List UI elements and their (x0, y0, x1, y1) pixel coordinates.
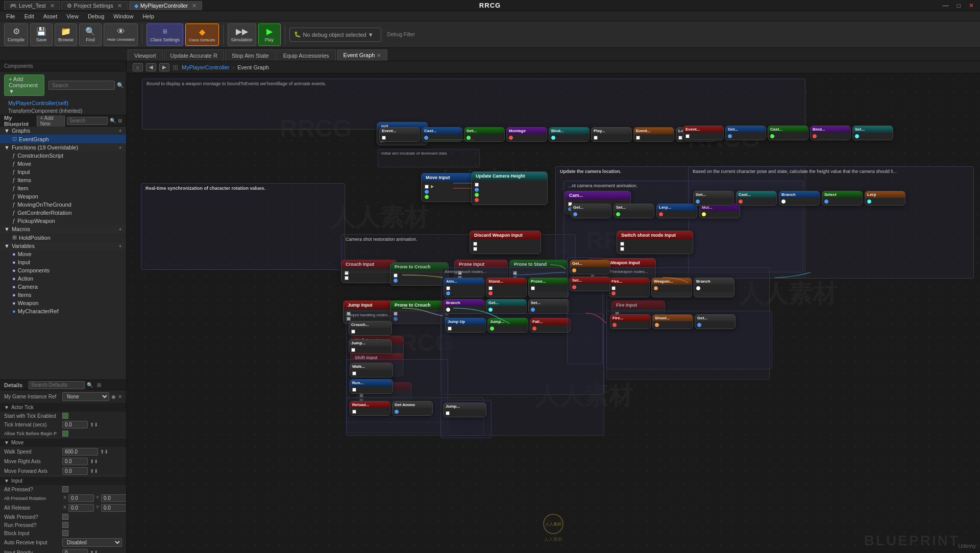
input-priority-input[interactable] (62, 549, 88, 553)
node-cw1[interactable]: Get... (570, 260, 610, 274)
class-defaults-button[interactable]: ◆ Class Defaults (185, 23, 219, 46)
node-lm1[interactable]: Jump Up (445, 318, 486, 333)
node-m1[interactable]: Aim... (444, 278, 484, 297)
func-input[interactable]: ƒ Input (0, 168, 126, 176)
node-update-camera-height[interactable]: Update Camera Height (471, 171, 548, 205)
node-t1[interactable]: Event... (379, 127, 420, 142)
func-moving[interactable]: ƒ MovingOnTheGround (0, 200, 126, 209)
node-fl1[interactable]: Fire... (610, 314, 651, 329)
var-move[interactable]: ● Move (0, 250, 126, 258)
component-transform[interactable]: TransformComponent (Inherited) (0, 107, 126, 115)
pick-icon[interactable]: ◉ (111, 394, 116, 399)
breadcrumb-forward[interactable]: ▶ (159, 63, 169, 71)
var-weapon[interactable]: ● Weapon (0, 299, 126, 307)
details-search-input[interactable] (29, 381, 85, 389)
tab-project-settings[interactable]: ⚙ Project Settings ✕ (61, 1, 128, 10)
node-m5[interactable]: Get... (486, 299, 527, 314)
node-t4[interactable]: Montage (506, 127, 547, 142)
macros-section[interactable]: ▼ Macros + (0, 225, 126, 233)
tab-equip-accessories[interactable]: Equip Accessories (277, 49, 336, 61)
input-header[interactable]: ▼ Input (0, 476, 126, 485)
actor-tick-header[interactable]: ▼ Actor Tick (0, 403, 126, 412)
menu-asset[interactable]: Asset (39, 12, 62, 20)
node-p4[interactable]: Select (822, 191, 863, 206)
game-instance-select[interactable]: None (62, 392, 109, 401)
play-button[interactable]: ▶ Play (258, 23, 281, 46)
event-graph-item[interactable]: ⊡ EventGraph (0, 135, 126, 143)
close-button[interactable]: ✕ (967, 2, 976, 9)
move-forward-spinner[interactable]: ⬆⬇ (90, 468, 98, 474)
var-input[interactable]: ● Input (0, 258, 126, 266)
class-settings-button[interactable]: ≡ Class Settings (146, 23, 183, 46)
node-m6[interactable]: Set... (528, 299, 569, 314)
node-r2[interactable]: Get Ammo (392, 401, 433, 416)
node-bc1[interactable]: Jump... (443, 403, 486, 417)
func-items[interactable]: ƒ Items (0, 176, 126, 184)
menu-debug[interactable]: Debug (84, 12, 108, 20)
node-tr5[interactable]: Set... (852, 125, 893, 140)
node-tr3[interactable]: Cast... (768, 125, 808, 140)
graphs-section[interactable]: ▼ Graphs + (0, 127, 126, 135)
search-components-input[interactable] (48, 81, 115, 90)
node-tr4[interactable]: Bind... (810, 125, 851, 140)
search-bp-input[interactable] (67, 117, 108, 125)
tab-update-accurate[interactable]: Update Accurate R (164, 49, 224, 61)
walk-pressed-checkbox[interactable] (62, 514, 68, 520)
breadcrumb-back[interactable]: ◀ (146, 63, 156, 71)
clear-icon[interactable]: ✕ (118, 394, 122, 399)
tick-interval-spinner[interactable]: ⬆⬇ (90, 422, 98, 428)
node-inner-2[interactable]: Jump... (349, 339, 392, 354)
breadcrumb-home[interactable]: ⌂ (133, 63, 143, 71)
node-discard-weapon[interactable]: Discard Weapon Input (470, 231, 541, 254)
func-item[interactable]: ƒ Item (0, 184, 126, 192)
node-s2[interactable]: Run... (350, 379, 393, 394)
add-var-icon[interactable]: + (119, 243, 122, 249)
func-construction[interactable]: ƒ ConstructionScript (0, 152, 126, 160)
component-self[interactable]: MyPlayerController(self) (0, 99, 126, 107)
move-forward-input[interactable] (62, 467, 88, 475)
node-lm3[interactable]: Fall... (530, 318, 571, 333)
alt-pressed-checkbox[interactable] (62, 486, 68, 492)
find-button[interactable]: 🔍 Find (79, 23, 102, 46)
var-action[interactable]: ● Action (0, 274, 126, 283)
close-icon[interactable]: ✕ (192, 3, 197, 9)
browse-button[interactable]: 📁 Browse (55, 23, 77, 46)
node-t6[interactable]: Play... (591, 127, 632, 142)
node-c2[interactable]: Set... (614, 204, 654, 218)
tab-level-test[interactable]: 🎮 Level_Test ✕ (4, 1, 60, 10)
search-icon[interactable]: 🔍 (117, 82, 124, 89)
node-c4[interactable]: Mul... (699, 204, 740, 218)
block-input-checkbox[interactable] (62, 530, 68, 536)
node-p3[interactable]: Branch (779, 191, 820, 206)
func-pickup[interactable]: ƒ PickupWeapon (0, 217, 126, 225)
maximize-button[interactable]: □ (955, 2, 963, 9)
tab-stop-aim-state[interactable]: Stop Aim State (225, 49, 276, 61)
node-c3[interactable]: Lerp... (656, 204, 697, 218)
node-tr2[interactable]: Get... (725, 125, 766, 140)
alt-rot-y[interactable] (101, 494, 126, 502)
node-f3[interactable]: Branch (694, 278, 734, 297)
var-my-char-ref[interactable]: ● MyCharacterRef (0, 307, 126, 315)
var-items[interactable]: ● Items (0, 291, 126, 299)
add-component-button[interactable]: + Add Component ▼ (4, 74, 44, 96)
node-fl2[interactable]: Shoot... (652, 314, 693, 329)
node-t5[interactable]: Bind... (549, 127, 590, 142)
alt-rel-x[interactable] (68, 504, 94, 512)
close-icon[interactable]: ✕ (377, 53, 381, 58)
allow-tick-checkbox[interactable] (62, 431, 68, 437)
walk-speed-spinner[interactable]: ⬆⬇ (100, 449, 108, 455)
node-switch-shoot[interactable]: Switch shoot mode Input (617, 231, 693, 254)
node-tr1[interactable]: Event... (683, 125, 724, 140)
node-t7[interactable]: Event... (633, 127, 674, 142)
close-icon[interactable]: ✕ (50, 3, 55, 9)
input-priority-spinner[interactable]: ⬆⬇ (90, 550, 98, 553)
add-graph-icon[interactable]: + (119, 128, 122, 134)
node-cw2[interactable]: Set... (570, 276, 610, 291)
add-new-button[interactable]: + Add New (37, 115, 65, 128)
var-camera[interactable]: ● Camera (0, 283, 126, 291)
walk-speed-input[interactable] (62, 448, 98, 456)
expand-icon[interactable]: ⊞ (118, 118, 122, 123)
add-macro-icon[interactable]: + (119, 226, 122, 232)
auto-receive-select[interactable]: Disabled (62, 538, 122, 547)
func-weapon[interactable]: ƒ Weapon (0, 192, 126, 200)
